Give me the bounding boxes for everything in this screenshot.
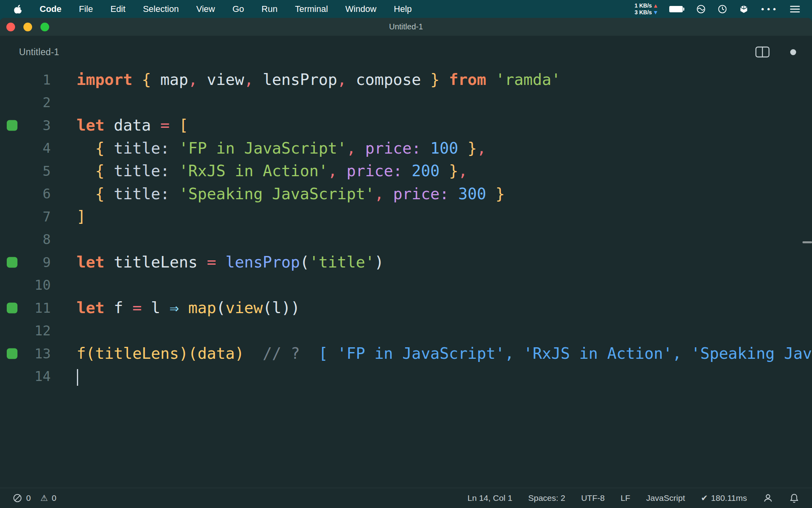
code-line[interactable]: 10 (0, 274, 812, 297)
code-line[interactable]: 5 { title: 'RxJS in Action', price: 200 … (0, 160, 812, 183)
clock-menu-icon[interactable] (718, 4, 727, 14)
bell-icon[interactable] (789, 493, 799, 503)
code-line[interactable]: 14 (0, 365, 812, 388)
menu-item-view[interactable]: View (196, 4, 215, 14)
minimize-button[interactable] (23, 23, 32, 31)
line-number: 10 (20, 277, 51, 293)
status-line-col[interactable]: Ln 14, Col 1 (467, 493, 512, 503)
hamburger-menu-icon[interactable] (790, 5, 800, 13)
scrollbar-thumb[interactable] (802, 241, 812, 243)
tab-untitled-1[interactable]: Untitled-1 (19, 47, 59, 58)
split-editor-icon[interactable] (755, 46, 770, 58)
status-problems[interactable]: 0 ⚠ 0 (13, 493, 56, 503)
download-arrow-icon: ▼ (654, 10, 657, 15)
menu-item-app[interactable]: Code (40, 4, 61, 14)
cube-menu-icon[interactable] (739, 4, 749, 14)
code-line[interactable]: 12 (0, 319, 812, 343)
quokka-run-time[interactable]: ✔ 180.11ms (701, 493, 747, 503)
menu-item-run[interactable]: Run (262, 4, 278, 14)
gutter (0, 319, 20, 343)
line-number: 1 (20, 72, 51, 88)
gutter (0, 160, 20, 183)
line-number: 3 (20, 117, 51, 133)
unsaved-indicator-dot[interactable] (790, 49, 796, 55)
status-language[interactable]: JavaScript (646, 493, 685, 503)
code-lines: 1import { map, view, lensProp, compose }… (0, 68, 812, 388)
coverage-marker (7, 302, 17, 313)
line-number: 4 (20, 140, 51, 156)
code-text: let f = l ⇒ map(view(l)) (51, 296, 300, 319)
network-stats[interactable]: 1 KB/s ▲ 3 KB/s ▼ (635, 2, 657, 16)
line-number: 11 (20, 300, 51, 316)
menu-item-file[interactable]: File (79, 4, 93, 14)
warning-icon: ⚠ (40, 493, 48, 503)
menu-item-terminal[interactable]: Terminal (295, 4, 328, 14)
upload-arrow-icon: ▲ (654, 4, 657, 8)
status-indentation[interactable]: Spaces: 2 (528, 493, 565, 503)
code-line[interactable]: 3let data = [ (0, 114, 812, 137)
code-text: let titleLens = lensProp('title') (51, 251, 384, 274)
gutter (0, 137, 20, 160)
gutter (0, 183, 20, 206)
gutter (0, 251, 20, 274)
code-text: ] (51, 205, 86, 228)
close-button[interactable] (6, 23, 15, 31)
battery-icon[interactable] (669, 6, 684, 12)
menu-item-go[interactable]: Go (232, 4, 244, 14)
window-controls (6, 18, 49, 36)
gutter (0, 91, 20, 114)
code-line[interactable]: 1import { map, view, lensProp, compose }… (0, 68, 812, 91)
menubar: Code File Edit Selection View Go Run Ter… (0, 0, 812, 18)
editor-window: Untitled-1 Untitled-1 1import { map, vie… (0, 18, 812, 508)
line-number: 7 (20, 209, 51, 225)
menu-item-edit[interactable]: Edit (110, 4, 125, 14)
coverage-marker (7, 257, 17, 267)
menu-item-selection[interactable]: Selection (143, 4, 179, 14)
check-icon: ✔ (701, 493, 708, 503)
apple-menu[interactable] (13, 4, 22, 14)
network-up-rate: 1 KB/s (635, 2, 652, 9)
feedback-icon[interactable] (763, 493, 773, 503)
menu-item-window[interactable]: Window (345, 4, 376, 14)
battery-nub (683, 8, 684, 11)
code-line[interactable]: 9let titleLens = lensProp('title') (0, 251, 812, 274)
status-eol[interactable]: LF (620, 493, 630, 503)
gutter (0, 296, 20, 319)
menubar-left: Code File Edit Selection View Go Run Ter… (13, 4, 412, 14)
line-number: 12 (20, 323, 51, 339)
code-text: { title: 'RxJS in Action', price: 200 }, (51, 160, 467, 183)
code-line[interactable]: 6 { title: 'Speaking JavaScript', price:… (0, 183, 812, 206)
code-line[interactable]: 4 { title: 'FP in JavaScript', price: 10… (0, 137, 812, 160)
menubar-status-items: 1 KB/s ▲ 3 KB/s ▼ (635, 2, 800, 16)
gutter (0, 68, 20, 91)
code-text: { title: 'Speaking JavaScript', price: 3… (51, 183, 505, 206)
swirl-menu-icon[interactable] (696, 4, 706, 14)
code-line[interactable]: 13f(titleLens)(data) // ? [ 'FP in JavaS… (0, 342, 812, 365)
perf-value: 180.11ms (711, 493, 747, 503)
statusbar: 0 ⚠ 0 Ln 14, Col 1 Spaces: 2 UTF-8 LF Ja… (0, 488, 812, 508)
menu-item-help[interactable]: Help (394, 4, 412, 14)
battery-body (669, 6, 683, 12)
gutter (0, 342, 20, 365)
gutter (0, 274, 20, 297)
gutter (0, 228, 20, 251)
code-text: { title: 'FP in JavaScript', price: 100 … (51, 137, 486, 160)
statusbar-right: Ln 14, Col 1 Spaces: 2 UTF-8 LF JavaScri… (467, 493, 799, 503)
editor-actions (755, 36, 796, 68)
line-number: 14 (20, 368, 51, 384)
status-encoding[interactable]: UTF-8 (581, 493, 605, 503)
line-number: 8 (20, 231, 51, 247)
window-title: Untitled-1 (389, 22, 423, 31)
code-line[interactable]: 8 (0, 228, 812, 251)
code-line[interactable]: 2 (0, 91, 812, 114)
window-titlebar: Untitled-1 (0, 18, 812, 36)
apple-icon (13, 4, 22, 14)
zoom-button[interactable] (40, 23, 49, 31)
code-line[interactable]: 11let f = l ⇒ map(view(l)) (0, 296, 812, 319)
code-editor[interactable]: 1import { map, view, lensProp, compose }… (0, 68, 812, 488)
ellipsis-menu-icon[interactable]: ••• (760, 5, 778, 13)
warning-count: 0 (52, 493, 57, 503)
code-text (51, 365, 78, 388)
line-number: 9 (20, 254, 51, 270)
code-line[interactable]: 7] (0, 205, 812, 228)
